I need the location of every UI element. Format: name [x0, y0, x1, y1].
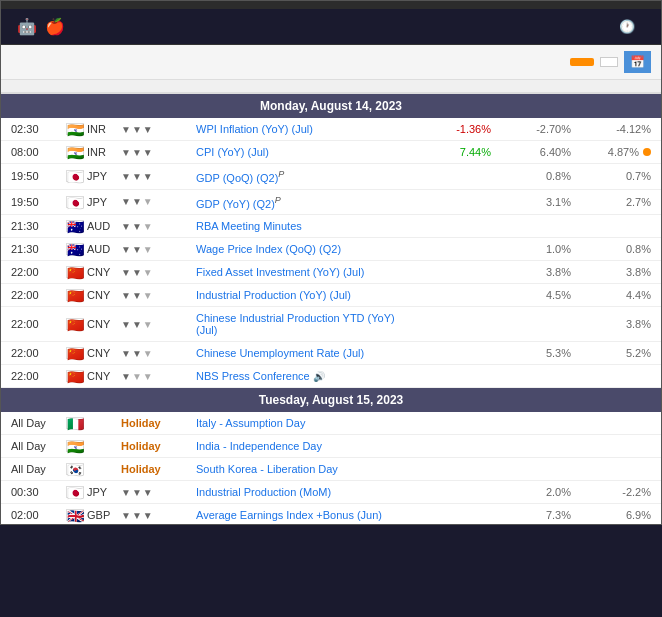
- cell-imp: Holiday: [117, 461, 192, 477]
- calendar-button[interactable]: 📅: [624, 51, 651, 73]
- imp-bull: ▼: [143, 221, 153, 232]
- imp-bull: ▼: [143, 244, 153, 255]
- cell-event: GDP (QoQ) (Q2)P: [192, 167, 415, 186]
- event-link[interactable]: WPI Inflation (YoY) (Jul): [196, 123, 313, 135]
- flag: 🇮🇹: [66, 417, 84, 429]
- event-link[interactable]: Average Earnings Index +Bonus (Jun): [196, 509, 382, 521]
- cell-actual: [415, 200, 495, 204]
- cell-cur: 🇨🇳 CNY: [62, 345, 117, 361]
- cell-cur: 🇦🇺 AUD: [62, 218, 117, 234]
- scroll-area[interactable]: Monday, August 14, 2023 02:30 🇮🇳 INR ▼▼▼…: [1, 94, 661, 524]
- cell-imp: Holiday: [117, 415, 192, 431]
- cell-imp: ▼▼▼: [117, 369, 192, 384]
- cell-forecast: 5.3%: [495, 345, 575, 361]
- cell-actual: [415, 270, 495, 274]
- table-header: [1, 80, 661, 94]
- imp-icons: ▼▼▼: [121, 221, 188, 232]
- cell-time: 02:00: [7, 507, 62, 523]
- toolbar: 📅: [1, 45, 661, 80]
- event-link[interactable]: Italy - Assumption Day: [196, 417, 305, 429]
- flag: 🇮🇳: [66, 123, 84, 135]
- event-link[interactable]: NBS Press Conference: [196, 370, 310, 382]
- cell-actual: [415, 174, 495, 178]
- cell-previous: 3.8%: [575, 264, 655, 280]
- cell-cur: 🇮🇳 INR: [62, 144, 117, 160]
- imp-bull: ▼: [121, 196, 131, 207]
- table-row: 21:30 🇦🇺 AUD ▼▼▼ Wage Price Index (QoQ) …: [1, 238, 661, 261]
- cell-imp: ▼▼▼: [117, 194, 192, 209]
- cell-imp: ▼▼▼: [117, 242, 192, 257]
- imp-bull: ▼: [121, 267, 131, 278]
- table-row: 22:00 🇨🇳 CNY ▼▼▼ Fixed Asset Investment …: [1, 261, 661, 284]
- flag: 🇮🇳: [66, 146, 84, 158]
- cell-previous: 3.8%: [575, 316, 655, 332]
- col-forecast: [495, 84, 575, 88]
- event-link[interactable]: Industrial Production (MoM): [196, 486, 331, 498]
- col-event: [192, 84, 415, 88]
- imp-bull: ▼: [132, 171, 142, 182]
- cell-previous: 4.4%: [575, 287, 655, 303]
- event-link[interactable]: GDP (QoQ) (Q2): [196, 172, 278, 184]
- flag: 🇨🇳: [66, 318, 84, 330]
- cell-imp: ▼▼▼: [117, 265, 192, 280]
- event-link[interactable]: India - Independence Day: [196, 440, 322, 452]
- cell-forecast: [495, 421, 575, 425]
- cell-event: NBS Press Conference 🔊: [192, 368, 415, 384]
- cell-time: All Day: [7, 438, 62, 454]
- flag: 🇦🇺: [66, 243, 84, 255]
- table-row: 19:50 🇯🇵 JPY ▼▼▼ GDP (QoQ) (Q2)P 0.8% 0.…: [1, 164, 661, 190]
- cell-time: 02:30: [7, 121, 62, 137]
- event-link[interactable]: Industrial Production (YoY) (Jul): [196, 289, 351, 301]
- imp-bull: ▼: [132, 510, 142, 521]
- imp-bull: ▼: [132, 147, 142, 158]
- event-link[interactable]: Chinese Industrial Production YTD (YoY) …: [196, 312, 395, 336]
- event-link[interactable]: South Korea - Liberation Day: [196, 463, 338, 475]
- imp-bull: ▼: [132, 371, 142, 382]
- event-link[interactable]: RBA Meeting Minutes: [196, 220, 302, 232]
- imp-bull: ▼: [143, 171, 153, 182]
- cell-cur: 🇨🇳 CNY: [62, 264, 117, 280]
- currency: CNY: [87, 289, 110, 301]
- event-link[interactable]: Fixed Asset Investment (YoY) (Jul): [196, 266, 364, 278]
- cell-event: Wage Price Index (QoQ) (Q2): [192, 241, 415, 257]
- imp-bull: ▼: [121, 348, 131, 359]
- imp-bull: ▼: [132, 196, 142, 207]
- cell-cur: 🇰🇷: [62, 461, 117, 477]
- cell-previous: [575, 421, 655, 425]
- cell-time: All Day: [7, 461, 62, 477]
- cell-time: 00:30: [7, 484, 62, 500]
- cell-event: Industrial Production (MoM): [192, 484, 415, 500]
- event-link[interactable]: Chinese Unemployment Rate (Jul): [196, 347, 364, 359]
- week-select-button[interactable]: [570, 58, 594, 66]
- cell-previous: 0.8%: [575, 241, 655, 257]
- cell-time: 21:30: [7, 218, 62, 234]
- imp-icons: ▼▼▼: [121, 124, 188, 135]
- event-link[interactable]: GDP (YoY) (Q2): [196, 197, 275, 209]
- cell-cur: 🇮🇳 INR: [62, 121, 117, 137]
- cell-previous: 0.7%: [575, 168, 655, 184]
- imp-bull: ▼: [143, 510, 153, 521]
- cell-forecast: [495, 444, 575, 448]
- currency: CNY: [87, 318, 110, 330]
- currency: JPY: [87, 486, 107, 498]
- imp-bull: ▼: [121, 244, 131, 255]
- cell-time: 08:00: [7, 144, 62, 160]
- event-link[interactable]: Wage Price Index (QoQ) (Q2): [196, 243, 341, 255]
- cell-imp: ▼▼▼: [117, 169, 192, 184]
- imp-bull: ▼: [143, 267, 153, 278]
- imp-icons: ▼▼▼: [121, 510, 188, 521]
- flag: 🇦🇺: [66, 220, 84, 232]
- cell-actual: [415, 421, 495, 425]
- imp-bull: ▼: [132, 290, 142, 301]
- imp-bull: ▼: [121, 510, 131, 521]
- cell-forecast: 0.8%: [495, 168, 575, 184]
- cell-actual: [415, 490, 495, 494]
- event-link[interactable]: CPI (YoY) (Jul): [196, 146, 269, 158]
- imp-bull: ▼: [143, 319, 153, 330]
- cell-previous: -4.12%: [575, 121, 655, 137]
- imp-icons: ▼▼▼: [121, 147, 188, 158]
- imp-bull: ▼: [121, 371, 131, 382]
- cell-actual: -1.36%: [415, 121, 495, 137]
- cell-actual: [415, 513, 495, 517]
- imp-bull: ▼: [143, 487, 153, 498]
